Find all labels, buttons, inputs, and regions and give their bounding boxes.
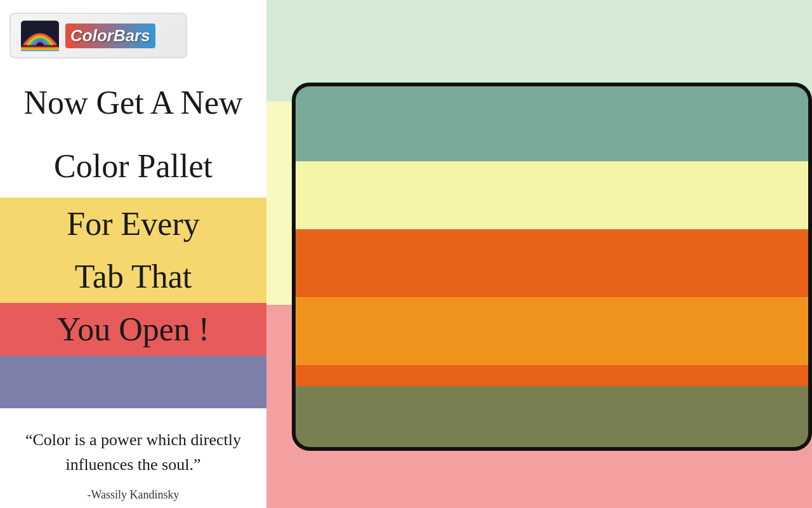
- logo-text: ColorBars: [65, 23, 155, 48]
- headline-line-3: For Every: [0, 197, 266, 250]
- tablet-stripe-5: [296, 365, 808, 385]
- tablet-stripe-2: [296, 161, 808, 229]
- svg-rect-4: [21, 49, 59, 50]
- headline-line-5: You Open !: [0, 303, 266, 356]
- svg-rect-5: [21, 50, 59, 51]
- rainbow-icon: [21, 20, 59, 51]
- headline-line-6: [0, 356, 266, 408]
- quote-area: “Color is a power which directly influen…: [0, 408, 266, 508]
- tablet-stripe-4: [296, 297, 808, 365]
- tablet-stripe-3: [296, 229, 808, 297]
- quote-text: “Color is a power which directly influen…: [19, 427, 247, 477]
- tablet-stripe-1: [296, 86, 808, 161]
- logo-container[interactable]: ColorBars: [10, 13, 187, 58]
- svg-rect-3: [21, 48, 59, 49]
- tablet-device: [292, 83, 812, 451]
- logo-area: ColorBars: [0, 0, 266, 71]
- headline-line-1: Now Get A New: [0, 71, 266, 135]
- tablet-stripe-6: [296, 386, 808, 447]
- headline-section: Now Get A New Color Pallet For Every Tab…: [0, 71, 266, 408]
- tablet-frame: [292, 83, 812, 451]
- headline-line-2: Color Pallet: [0, 135, 266, 198]
- svg-rect-2: [21, 47, 59, 48]
- quote-author: -Wassily Kandinsky: [19, 488, 247, 502]
- headline-line-4: Tab That: [0, 250, 266, 303]
- left-panel: ColorBars Now Get A New Color Pallet For…: [0, 0, 266, 508]
